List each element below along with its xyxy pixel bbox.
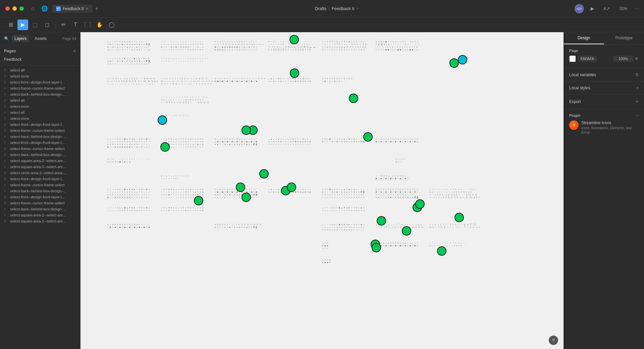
globe-icon[interactable]: 🌐 bbox=[40, 4, 49, 13]
shape-tool[interactable]: ◻ bbox=[42, 19, 52, 30]
plugin-collapse-button[interactable]: − bbox=[636, 113, 639, 118]
layer-item[interactable]: #select-none bbox=[0, 103, 80, 109]
layer-hash-icon: # bbox=[4, 213, 8, 217]
zoom-control[interactable]: 32% bbox=[617, 5, 630, 12]
minimize-button[interactable] bbox=[12, 6, 17, 11]
layer-hash-icon: # bbox=[4, 93, 8, 96]
text-tool[interactable]: T bbox=[70, 19, 81, 30]
layer-hash-icon: # bbox=[4, 111, 8, 114]
svg-text:✭ ✮ ✯ ✰ ✱ ✲ ✳ ✴ ✵ ✶ ✷ ✸ ✹ ✺ ✻ : ✭ ✮ ✯ ✰ ✱ ✲ ✳ ✴ ✵ ✶ ✷ ✸ ✹ ✺ ✻ ✼ ✽ ✾ bbox=[161, 48, 204, 51]
share-button[interactable]: A↗ bbox=[601, 5, 613, 12]
pen-tool[interactable]: ✏ bbox=[58, 19, 69, 30]
layer-item[interactable]: #select-frame--cursor-frame-select bbox=[0, 85, 80, 91]
layer-item[interactable]: #select-front--design-front-layer-l... bbox=[0, 176, 80, 182]
svg-text:⊁ ⊂ ⊃ ⊄ ⊅ ⊆ ⊇ ⊈ ⊉ ⊊ ⊋ ⊌ ⊍ ⊎ ⊏ : ⊁ ⊂ ⊃ ⊄ ⊅ ⊆ ⊇ ⊈ ⊉ ⊊ ⊋ ⊌ ⊍ ⊎ ⊏ ⊐ ⊑ ⊒ bbox=[322, 48, 365, 51]
layer-item[interactable]: #select-back--behind-box-design-... bbox=[0, 91, 80, 97]
pages-title: Pages bbox=[4, 49, 16, 53]
layer-item[interactable]: #select-frame--cursor-frame-select bbox=[0, 200, 80, 206]
layer-item[interactable]: #select-front--design-front-layer-l... bbox=[0, 79, 80, 85]
layer-item[interactable]: #select-square-area-1--select-are... bbox=[0, 218, 80, 224]
avatar-marker-7 bbox=[458, 55, 467, 64]
layer-hash-icon: # bbox=[4, 219, 8, 223]
page-color-value[interactable]: FAFAFA bbox=[578, 56, 597, 62]
layer-hash-icon: # bbox=[4, 135, 8, 139]
avatar-marker-22 bbox=[377, 216, 386, 226]
svg-text:↢ ↣ ↤ ↥ ↦ ↧ ↨ ↩ ↪ ↫ ↬ ↭ ↮ ↯ ↰ : ↢ ↣ ↤ ↥ ↦ ↧ ↨ ↩ ↪ ↫ ↬ ↭ ↮ ↯ ↰ ↱ ↲ ↳ bbox=[161, 43, 204, 45]
layer-item[interactable]: #select-all bbox=[0, 67, 80, 73]
local-styles-button[interactable]: Local styles + bbox=[564, 82, 644, 95]
layer-item[interactable]: #select-none bbox=[0, 115, 80, 121]
svg-text:◀ ◁ ◂ ◃ ◄ ◅ ▼ ▽ ▾ ▿ ◆ ◇ ◈ ◉ ◊ : ◀ ◁ ◂ ◃ ◄ ◅ ▼ ▽ ▾ ▿ ◆ ◇ ◈ ◉ ◊ ○ ◌ ◍ bbox=[107, 48, 150, 51]
new-tab-button[interactable]: + bbox=[95, 6, 98, 12]
layers-tab[interactable]: Layers bbox=[12, 35, 29, 42]
add-style-icon[interactable]: + bbox=[636, 86, 639, 90]
layers-list[interactable]: #select-all#select-none#select-front--de… bbox=[0, 66, 80, 349]
layer-hash-icon: # bbox=[4, 165, 8, 169]
canvas-area[interactable]: □ △ ◇ ○ ✕ ⊕ ⊗ ⊞ ⊟ ⊠ ◯ ▽ ▷ ◁ ★ ☆ ✦ ✧ ◈ ◉ … bbox=[80, 32, 564, 349]
help-button[interactable]: ? bbox=[549, 336, 558, 345]
present-button[interactable]: ▶ bbox=[588, 5, 597, 12]
layer-name: select-all bbox=[10, 98, 24, 102]
layer-name: select-frame--cursor-frame-select bbox=[10, 86, 65, 90]
color-swatch[interactable] bbox=[569, 55, 576, 62]
more-options-button[interactable]: ··· bbox=[634, 6, 639, 12]
layer-item[interactable]: #select-square-area-1--select-are... bbox=[0, 164, 80, 170]
feedback-tab[interactable]: F Feedback II ✕ bbox=[52, 5, 93, 13]
layer-item[interactable]: #select-back--behind-box-design-... bbox=[0, 188, 80, 194]
layer-item[interactable]: #select-square-area-2--select-are... bbox=[0, 158, 80, 164]
avatar: </> bbox=[575, 4, 584, 13]
breadcrumb-current-page[interactable]: Feedback II bbox=[332, 6, 355, 11]
add-page-button[interactable]: + bbox=[73, 48, 76, 54]
layer-item[interactable]: #select-frame--cursor-frame-select bbox=[0, 128, 80, 134]
page-opacity-value[interactable]: 100% bbox=[613, 56, 633, 62]
svg-text:◈ ◉ ◊ ◌ ◍ ◎ ● ○ ◐ ◑ ◒ ◓ ◔ ◕ ◖ : ◈ ◉ ◊ ◌ ◍ ◎ ● ○ ◐ ◑ ◒ ◓ ◔ ◕ ◖ ◗ ◘ ◙ bbox=[215, 143, 257, 146]
export-row: Export + bbox=[569, 99, 639, 105]
fullscreen-button[interactable] bbox=[19, 6, 24, 11]
layer-item[interactable]: #select-back--behind-box-design-... bbox=[0, 152, 80, 158]
prototype-tab[interactable]: Prototype bbox=[604, 32, 644, 44]
layer-item[interactable]: #select-front--design-front-layer-l... bbox=[0, 140, 80, 146]
svg-text:◉ ◊ ○ ◌ ◍ ◎ ● ○ ◐ ◑ ◒ ◓ ◔ ◕ ◖ : ◉ ◊ ○ ◌ ◍ ◎ ● ○ ◐ ◑ ◒ ◓ ◔ ◕ ◖ ◗ ◘ ◙ bbox=[322, 140, 365, 143]
svg-text:△ □ ○ ▲: △ □ ○ ▲ bbox=[322, 258, 331, 261]
frame-tool[interactable]: ⬚ bbox=[30, 19, 40, 30]
component-tool[interactable]: ⋮⋮ bbox=[82, 19, 93, 30]
page-section: Page FAFAFA 100% 👁 bbox=[564, 45, 644, 68]
local-variables-button[interactable]: Local variables ⇅ bbox=[564, 68, 644, 82]
avatar-marker-13 bbox=[236, 183, 245, 192]
canvas[interactable]: □ △ ◇ ○ ✕ ⊕ ⊗ ⊞ ⊟ ⊠ ◯ ▽ ▷ ◁ ★ ☆ ✦ ✧ ◈ ◉ … bbox=[80, 32, 564, 349]
plugin-header: Plugin − bbox=[569, 113, 639, 118]
breadcrumb-drafts[interactable]: Drafts bbox=[315, 6, 326, 11]
hand-tool[interactable]: ✋ bbox=[94, 19, 105, 30]
home-icon[interactable]: ⌂ bbox=[28, 4, 37, 13]
select-tool[interactable]: ▶ bbox=[17, 19, 28, 30]
layer-item[interactable]: #select-all bbox=[0, 109, 80, 115]
layer-item[interactable]: #select-front--design-front-layer-l... bbox=[0, 194, 80, 200]
feedback-page[interactable]: Feedback bbox=[4, 56, 76, 63]
page-color-row: FAFAFA 100% 👁 bbox=[569, 55, 639, 62]
svg-text:▪ ▫ ▬ ▭ ▮ ▯ ▰ ▱ ▲ △ ▴ ▵ ▶ ▷ ▸ : ▪ ▫ ▬ ▭ ▮ ▯ ▰ ▱ ▲ △ ▴ ▵ ▶ ▷ ▸ ▹ ► ▻ bbox=[107, 46, 150, 48]
main-layout: 🔍 Layers Assets Page 24 Pages + Feedback… bbox=[0, 32, 644, 349]
add-export-button[interactable]: + bbox=[636, 99, 639, 105]
layer-item[interactable]: #select-circle-area-2--select-area-... bbox=[0, 170, 80, 176]
layer-item[interactable]: #select-frame--cursor-frame-select bbox=[0, 146, 80, 152]
layer-item[interactable]: #select-square-area-2--select-are... bbox=[0, 212, 80, 218]
design-tab[interactable]: Design bbox=[564, 32, 604, 44]
visibility-toggle[interactable]: 👁 bbox=[635, 56, 639, 61]
assets-tab[interactable]: Assets bbox=[32, 35, 49, 42]
grid-tool[interactable]: ⊞ bbox=[5, 19, 16, 30]
layer-item[interactable]: #select-back--behind-box-design-... bbox=[0, 206, 80, 212]
layer-name: select-frame--cursor-frame-select bbox=[10, 183, 65, 187]
comment-tool[interactable]: ◯ bbox=[106, 19, 117, 30]
toolbar: ⊞ ▶ ⬚ ◻ ✏ T ⋮⋮ ✋ ◯ bbox=[0, 17, 644, 32]
close-button[interactable] bbox=[5, 6, 10, 11]
layer-item[interactable]: #select-front--design-front-layer-l... bbox=[0, 121, 80, 128]
svg-text:✓ ✗ ✕ ✖ ✘ ✙ ✚ ✛ ✜ ✝ ✞ ✟ ✠ ✡ ✢ : ✓ ✗ ✕ ✖ ✘ ✙ ✚ ✛ ✜ ✝ ✞ ✟ ✠ ✡ ✢ ✣ ✤ ✥ bbox=[161, 188, 204, 190]
layer-item[interactable]: #select-none bbox=[0, 73, 80, 79]
svg-text:× × × × × × × × × × × × × × × : × × × × × × × × × × × × × × × × × × bbox=[268, 143, 311, 145]
layer-item[interactable]: #select-back--behind-box-design-... bbox=[0, 134, 80, 140]
svg-text:⊹ ⊺ ⊻ ⊼ ⊽ ⊾ ⊿ ⋀ ⋁ ⋂ ⋃ ⋄ ⋅ ⋆ ⋇ : ⊹ ⊺ ⊻ ⊼ ⊽ ⊾ ⊿ ⋀ ⋁ ⋂ ⋃ ⋄ ⋅ ⋆ ⋇ ⋈ ⋉ ⋊ bbox=[429, 193, 477, 196]
layer-item[interactable]: #select-all bbox=[0, 97, 80, 103]
layer-item[interactable]: #select-frame--cursor-frame-select bbox=[0, 182, 80, 188]
layer-hash-icon: # bbox=[4, 171, 8, 175]
tab-close-button[interactable]: ✕ bbox=[86, 7, 89, 10]
